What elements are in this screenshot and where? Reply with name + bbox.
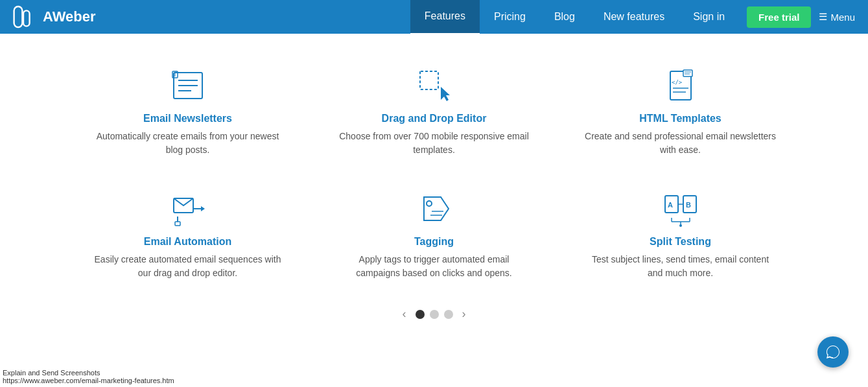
tagging-desc: Apply tags to trigger automated email ca…	[337, 253, 532, 280]
svg-rect-16	[683, 70, 692, 76]
nav-blog[interactable]: Blog	[540, 0, 589, 34]
free-trial-button[interactable]: Free trial	[747, 6, 811, 28]
features-grid: Email Newsletters Automatically create e…	[78, 60, 791, 287]
svg-text:B: B	[686, 201, 691, 209]
email-automation-icon	[169, 189, 207, 228]
email-automation-desc: Easily create automated email sequences …	[91, 253, 285, 280]
feature-split-testing: A B Split Testing Test subject lines, se…	[570, 183, 791, 287]
menu-button[interactable]: ☰ Menu	[819, 11, 855, 23]
email-newsletters-icon	[169, 66, 207, 105]
menu-label: Menu	[830, 12, 855, 23]
tagging-icon	[415, 189, 454, 228]
html-templates-icon: </>	[661, 66, 700, 105]
feature-html-templates: </> HTML Templates Create and send profe…	[570, 60, 791, 163]
pagination-dot-1[interactable]	[416, 310, 425, 319]
footer-link: https://www.aweber.com/email-marketing-f…	[3, 377, 174, 384]
chat-icon	[825, 344, 841, 360]
email-newsletters-title: Email Newsletters	[143, 113, 232, 124]
split-testing-desc: Test subject lines, send times, email co…	[583, 253, 778, 280]
navbar: AWeber Features Pricing Blog New feature…	[0, 0, 868, 34]
pagination-prev[interactable]: ‹	[399, 306, 410, 322]
pagination-dot-3[interactable]	[444, 310, 453, 319]
nav-sign-in[interactable]: Sign in	[679, 0, 739, 34]
footer-helper: Explain and Send Screenshots	[3, 369, 174, 377]
svg-rect-0	[14, 6, 23, 27]
drag-drop-desc: Choose from over 700 mobile responsive e…	[337, 130, 532, 157]
split-testing-title: Split Testing	[650, 236, 711, 248]
html-templates-desc: Create and send professional email newsl…	[583, 130, 778, 157]
logo[interactable]: AWeber	[13, 5, 96, 29]
chat-button[interactable]	[817, 336, 849, 368]
nav-pricing[interactable]: Pricing	[480, 0, 540, 34]
svg-rect-23	[175, 222, 180, 226]
nav-new-features[interactable]: New features	[589, 0, 679, 34]
svg-rect-1	[23, 10, 30, 26]
nav-features[interactable]: Features	[410, 0, 480, 35]
footer-url: Explain and Send Screenshots https://www…	[3, 369, 174, 384]
svg-point-24	[427, 201, 432, 206]
pagination-next[interactable]: ›	[458, 306, 470, 322]
tagging-title: Tagging	[414, 236, 454, 248]
html-templates-title: HTML Templates	[639, 113, 721, 124]
pagination: ‹ ›	[39, 306, 829, 335]
feature-tagging: Tagging Apply tags to trigger automated …	[324, 183, 545, 287]
svg-point-36	[679, 224, 682, 227]
pagination-dot-2[interactable]	[430, 310, 439, 319]
feature-drag-drop: Drag and Drop Editor Choose from over 70…	[324, 60, 545, 163]
svg-rect-10	[420, 71, 438, 89]
svg-marker-21	[201, 206, 205, 211]
logo-text: AWeber	[43, 8, 96, 25]
split-testing-icon: A B	[661, 189, 700, 228]
svg-marker-11	[441, 87, 450, 101]
feature-email-newsletters: Email Newsletters Automatically create e…	[78, 60, 298, 163]
email-automation-title: Email Automation	[144, 236, 231, 248]
drag-drop-title: Drag and Drop Editor	[382, 113, 487, 124]
svg-text:A: A	[668, 201, 673, 209]
drag-drop-icon	[415, 66, 454, 105]
nav-links: Features Pricing Blog New features Sign …	[410, 0, 739, 35]
email-newsletters-desc: Automatically create emails from your ne…	[91, 130, 285, 157]
main-content: Email Newsletters Automatically create e…	[0, 34, 868, 348]
svg-text:</>: </>	[672, 79, 683, 86]
feature-email-automation: Email Automation Easily create automated…	[78, 183, 298, 287]
hamburger-icon: ☰	[819, 11, 827, 23]
